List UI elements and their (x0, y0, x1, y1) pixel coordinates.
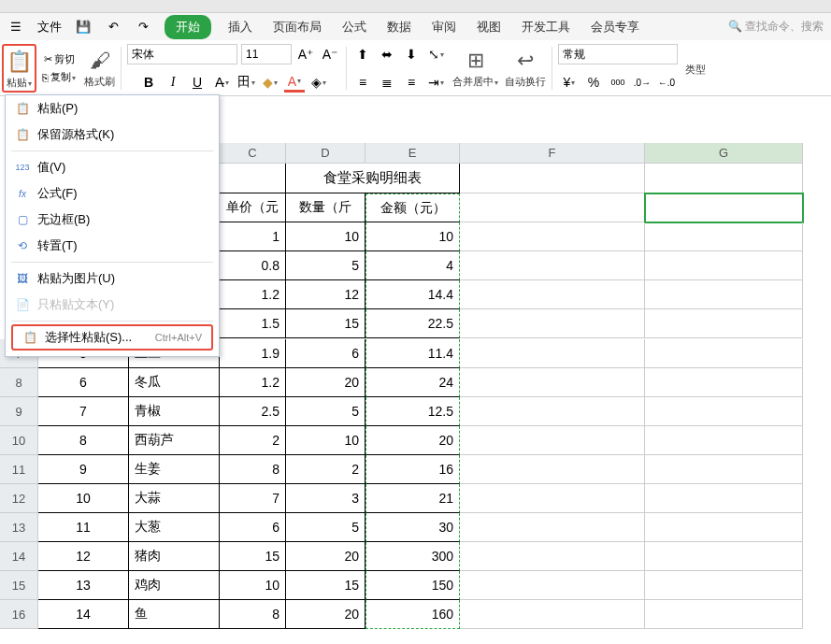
cell[interactable] (645, 222, 803, 251)
strike-button[interactable]: A̶ (211, 72, 232, 93)
paste-menu-keep-format[interactable]: 📋保留源格式(K) (6, 122, 219, 148)
active-cell-g3[interactable] (645, 193, 803, 222)
cell[interactable]: 1.5 (220, 309, 286, 338)
cell[interactable] (645, 600, 803, 629)
cell[interactable]: 14.4 (365, 280, 460, 309)
cell[interactable]: 5 (286, 251, 365, 280)
save-icon[interactable]: 💾 (75, 19, 92, 36)
cell[interactable]: 12 (286, 280, 365, 309)
cell[interactable]: 1 (220, 222, 286, 251)
cell[interactable]: 160 (365, 600, 460, 629)
cell[interactable]: 15 (286, 309, 365, 338)
cell[interactable] (645, 484, 803, 513)
cell[interactable] (460, 600, 645, 629)
row-header[interactable]: 14 (0, 542, 38, 571)
cell[interactable] (460, 513, 645, 542)
cell[interactable]: 12.5 (365, 397, 460, 426)
cell[interactable]: 2 (220, 426, 286, 455)
cell[interactable]: 22.5 (365, 309, 460, 338)
effects-button[interactable]: ◈ (308, 72, 329, 93)
number-format-select[interactable] (558, 44, 678, 64)
cell[interactable] (460, 455, 645, 484)
font-color-button[interactable]: A (284, 72, 305, 93)
tab-review[interactable]: 审阅 (428, 15, 460, 39)
cell[interactable] (460, 309, 645, 338)
undo-icon[interactable]: ↶ (105, 19, 122, 36)
cell[interactable]: 20 (286, 368, 365, 397)
cell[interactable]: 猪肉 (129, 542, 220, 571)
cell[interactable] (645, 397, 803, 426)
cell[interactable]: 20 (286, 542, 365, 571)
cell[interactable]: 8 (38, 426, 129, 455)
align-bottom-icon[interactable]: ⬇ (401, 44, 422, 64)
cell[interactable]: 24 (365, 368, 460, 397)
paste-menu-transpose[interactable]: ⟲转置(T) (6, 233, 219, 259)
cell[interactable]: 9 (38, 455, 129, 484)
align-center-icon[interactable]: ≣ (377, 72, 397, 93)
cell[interactable]: 20 (286, 600, 365, 629)
cell[interactable]: 2.5 (220, 397, 286, 426)
cell[interactable] (645, 426, 803, 455)
cell[interactable]: 15 (286, 571, 365, 600)
cell[interactable]: 5 (286, 397, 365, 426)
inc-decimal-icon[interactable]: .0→ (632, 72, 652, 93)
paste-menu-picture[interactable]: 🖼粘贴为图片(U) (6, 265, 219, 292)
merge-button[interactable]: ⊞ 合并居中 (450, 44, 501, 93)
header-qty[interactable]: 数量（斤 (286, 193, 365, 222)
cell[interactable]: 11 (38, 513, 129, 542)
cell[interactable]: 7 (38, 397, 129, 426)
cell[interactable] (220, 164, 286, 193)
tab-layout[interactable]: 页面布局 (269, 15, 325, 39)
cell[interactable]: 冬瓜 (129, 368, 220, 397)
format-painter-button[interactable]: 🖌 格式刷 (81, 44, 118, 93)
paste-menu-special[interactable]: 📋选择性粘贴(S)...Ctrl+Alt+V (11, 324, 213, 351)
row-header[interactable]: 15 (0, 571, 38, 600)
col-header-g[interactable]: G (645, 143, 803, 164)
cell[interactable]: 10 (286, 222, 365, 251)
cell[interactable]: 10 (38, 484, 129, 513)
cell[interactable] (460, 368, 645, 397)
row-header[interactable]: 10 (0, 426, 38, 455)
cell[interactable] (460, 542, 645, 571)
cell[interactable] (460, 339, 645, 368)
cell[interactable]: 鸡肉 (129, 571, 220, 600)
cell[interactable]: 10 (286, 426, 365, 455)
cell[interactable]: 8 (220, 455, 286, 484)
borders-button[interactable]: 田 (236, 72, 256, 93)
cell[interactable]: 6 (220, 513, 286, 542)
search-input[interactable]: 🔍 查找命令、搜索 (728, 19, 824, 35)
cell[interactable] (645, 542, 803, 571)
cell[interactable]: 21 (365, 484, 460, 513)
cell[interactable]: 5 (286, 513, 365, 542)
increase-font-icon[interactable]: A⁺ (295, 44, 316, 64)
paste-menu-formula[interactable]: fx公式(F) (6, 180, 219, 207)
cell[interactable] (460, 164, 645, 193)
italic-button[interactable]: I (163, 72, 183, 93)
comma-icon[interactable]: 000 (608, 72, 628, 93)
cell[interactable] (645, 280, 803, 309)
align-right-icon[interactable]: ≡ (401, 72, 422, 93)
cell[interactable] (460, 571, 645, 600)
tab-data[interactable]: 数据 (383, 15, 415, 39)
cell[interactable]: 2 (286, 455, 365, 484)
cell[interactable] (645, 164, 803, 193)
cell[interactable]: 6 (286, 339, 365, 368)
font-size-select[interactable] (241, 44, 292, 64)
tab-dev[interactable]: 开发工具 (518, 15, 574, 39)
tab-member[interactable]: 会员专享 (587, 15, 643, 39)
cell[interactable]: 7 (220, 484, 286, 513)
cell[interactable] (460, 426, 645, 455)
wrap-button[interactable]: ↩ 自动换行 (502, 44, 549, 93)
cell[interactable]: 1.2 (220, 368, 286, 397)
cell[interactable] (645, 571, 803, 600)
cut-button[interactable]: ✂剪切 (42, 50, 77, 68)
font-select[interactable] (127, 44, 237, 64)
cell[interactable]: 4 (365, 251, 460, 280)
cell[interactable]: 生姜 (129, 455, 220, 484)
col-header-d[interactable]: D (286, 143, 365, 164)
cell[interactable] (460, 484, 645, 513)
header-amount[interactable]: 金额（元） (365, 193, 460, 222)
dec-decimal-icon[interactable]: ←.0 (656, 72, 677, 93)
cell[interactable]: 3 (286, 484, 365, 513)
title-cell[interactable]: 食堂采购明细表 (286, 164, 460, 193)
